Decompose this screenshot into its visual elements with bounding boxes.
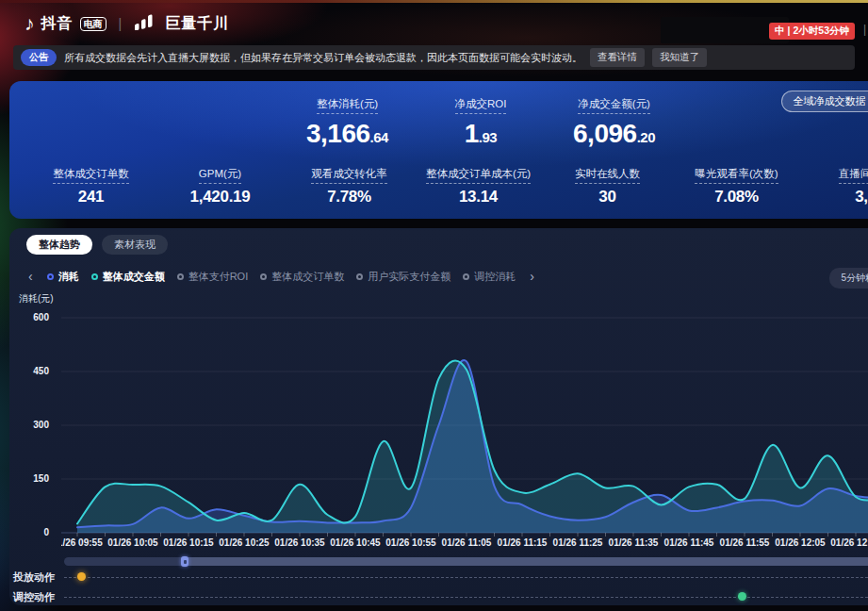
qianchuan-logo-icon: [134, 13, 156, 34]
y-axis-label: 300: [17, 420, 49, 430]
metric-label[interactable]: 整体成交订单成本(元): [426, 167, 531, 184]
metric-label[interactable]: 实时在线人数: [575, 167, 640, 184]
notice-badge: 公告: [21, 49, 57, 66]
y-axis-label: 450: [17, 366, 49, 376]
launch-actions-row: 投放动作: [13, 570, 868, 585]
y-axis-title: 消耗(元): [19, 292, 54, 306]
secondary-metrics-row: 整体成交订单数 241GPM(元) 1,420.19观看成交转化率 7.78%整…: [9, 164, 868, 206]
header-separator: |: [863, 23, 866, 36]
metric-value: 3,166.64: [306, 119, 388, 149]
tab-素材表现[interactable]: 素材表现: [102, 235, 168, 255]
x-axis-label: 01/26 09:55: [61, 537, 103, 548]
qianchuan-wordmark: 巨量千川: [165, 14, 229, 34]
metrics-panel: 全域净成交数据 ∨ 整体消耗(元) 3,166.64净成交ROI 1.93净成交…: [9, 81, 868, 219]
metric-value: 3,0: [801, 188, 868, 206]
launch-actions-label: 投放动作: [13, 570, 64, 585]
x-axis-label: 01/26 10:55: [385, 537, 436, 548]
primary-metric: 净成交金额(元) 6,096.20: [573, 94, 655, 149]
x-axis-label: 01/26 10:25: [219, 537, 270, 548]
legend-dot: [91, 273, 98, 280]
metric-value: 6,096.20: [573, 119, 655, 149]
slider-handle[interactable]: [181, 556, 188, 567]
legend-label: 调控消耗: [474, 270, 516, 284]
metric-label[interactable]: 整体成交订单数: [53, 167, 129, 184]
trend-tabs: 整体趋势素材表现: [26, 235, 168, 255]
secondary-metric: 曝光观看率(次数) 7.08%: [672, 164, 801, 206]
metric-value: 1,420.19: [156, 188, 285, 206]
metric-label[interactable]: 净成交ROI: [455, 97, 507, 114]
granularity-selector[interactable]: 5分钟粒度: [829, 268, 868, 289]
x-axis-label: 01/26 10:05: [107, 537, 158, 548]
brand-separator: |: [119, 16, 123, 31]
notice-bar: 公告 所有成交数据会先计入直播大屏数据，但如果存在异常交易订单会被动态退款，因此…: [13, 45, 855, 70]
primary-metric: 净成交ROI 1.93: [455, 94, 507, 149]
x-axis-label: 01/26 11:55: [720, 537, 770, 548]
douyin-wordmark: 抖音: [41, 14, 74, 34]
x-axis-label: 01/26 11:25: [553, 537, 603, 548]
legend-item-调控消耗[interactable]: 调控消耗: [463, 270, 516, 284]
live-duration-badge: 中 | 2小时53分钟: [769, 23, 855, 40]
chart-range-slider[interactable]: [64, 557, 868, 566]
view-detail-button[interactable]: 查看详情: [590, 48, 645, 67]
trend-chart[interactable]: 01/26 09:5501/26 10:0501/26 10:1501/26 1…: [61, 311, 868, 549]
metric-value: 30: [543, 188, 672, 206]
x-axis-label: 01/26 11:35: [609, 537, 659, 548]
y-axis-label: 600: [17, 312, 49, 322]
legend-label: 整体成交订单数: [271, 270, 344, 284]
trend-panel: 整体趋势素材表现 ‹ 消耗 整体成交金额 整体支付ROI 整体成交订单数 用户实…: [9, 228, 868, 605]
scope-selector[interactable]: 全域净成交数据 ∨: [781, 91, 868, 112]
x-axis-label: 01/26 10:45: [330, 537, 381, 548]
legend-dot: [177, 273, 184, 280]
legend-item-整体成交金额[interactable]: 整体成交金额: [91, 270, 165, 284]
legend-label: 消耗: [58, 270, 79, 284]
metric-value: 7.78%: [285, 188, 414, 206]
legend-item-整体支付ROI[interactable]: 整体支付ROI: [177, 270, 249, 284]
legend-dot: [356, 273, 363, 280]
control-action-marker[interactable]: [738, 592, 746, 601]
slider-selected-range: [185, 557, 868, 566]
brand-area: ♪ 抖音 电商 | 巨量千川: [25, 13, 229, 34]
qianchuan-live-dashboard: ♪ 抖音 电商 | 巨量千川 中 | 2小时53分钟 | 公告 所有成交数据会先…: [0, 0, 868, 611]
metric-value: 1.93: [455, 119, 507, 149]
x-axis-label: 01/26 12:15: [830, 537, 868, 548]
notice-text: 所有成交数据会先计入直播大屏数据，但如果存在异常交易订单会被动态退款，因此本页面…: [64, 51, 582, 65]
legend-item-整体成交订单数[interactable]: 整体成交订单数: [260, 270, 344, 284]
legend-label: 用户实际支付金额: [368, 270, 450, 284]
chart-legend: ‹ 消耗 整体成交金额 整体支付ROI 整体成交订单数 用户实际支付金额 调控消…: [26, 269, 536, 284]
secondary-metric: 观看成交转化率 7.78%: [285, 164, 414, 206]
legend-dot: [463, 273, 469, 280]
legend-dot: [47, 273, 54, 280]
x-axis-label: 01/26 10:15: [163, 537, 214, 548]
x-axis-label: 01/26 11:05: [442, 537, 492, 548]
ecommerce-badge: 电商: [80, 17, 106, 31]
x-axis-label: 01/26 12:05: [775, 537, 826, 548]
tab-整体趋势[interactable]: 整体趋势: [26, 235, 92, 255]
primary-metric: 整体消耗(元) 3,166.64: [306, 94, 388, 149]
chart-area: 01/26 09:5501/26 10:0501/26 10:1501/26 1…: [9, 311, 868, 549]
metric-label[interactable]: 观看成交转化率: [311, 167, 387, 184]
y-axis-label: 150: [17, 473, 49, 484]
legend-dot: [260, 273, 267, 280]
metric-label[interactable]: 直播间整体: [839, 167, 868, 184]
acknowledge-button[interactable]: 我知道了: [652, 48, 707, 67]
secondary-metric: 实时在线人数 30: [543, 164, 672, 206]
legend-item-用户实际支付金额[interactable]: 用户实际支付金额: [356, 270, 450, 284]
metric-label[interactable]: 曝光观看率(次数): [695, 167, 778, 184]
legend-prev-arrow[interactable]: ‹: [26, 269, 35, 284]
scope-selector-label: 全域净成交数据: [793, 94, 865, 108]
launch-action-marker[interactable]: [77, 572, 86, 581]
legend-item-消耗[interactable]: 消耗: [47, 270, 79, 284]
x-axis-label: 01/26 10:35: [274, 537, 325, 548]
legend-label: 整体成交金额: [103, 270, 165, 284]
metric-label[interactable]: 净成交金额(元): [578, 97, 650, 114]
secondary-metric: 整体成交订单数 241: [26, 164, 156, 206]
legend-next-arrow[interactable]: ›: [528, 269, 536, 284]
x-axis-label: 01/26 11:15: [498, 537, 548, 548]
control-actions-label: 调控动作: [13, 590, 64, 604]
metric-label[interactable]: GPM(元): [199, 167, 241, 184]
y-axis-label: 0: [17, 527, 49, 537]
x-axis-label: 01/26 11:45: [664, 537, 714, 548]
top-header: ♪ 抖音 电商 | 巨量千川 中 | 2小时53分钟 |: [0, 0, 868, 45]
legend-label: 整体支付ROI: [188, 270, 249, 284]
metric-label[interactable]: 整体消耗(元): [317, 97, 378, 114]
